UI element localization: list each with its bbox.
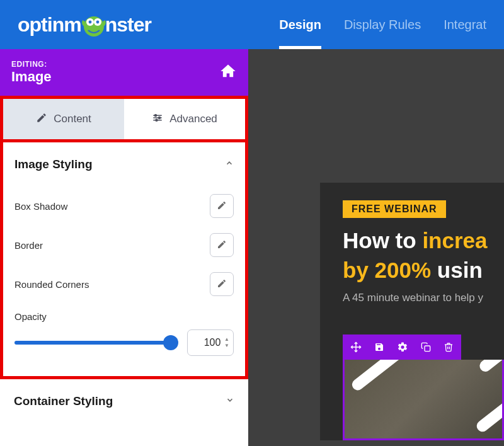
pencil-icon [217, 200, 227, 212]
box-shadow-row: Box Shadow [14, 186, 234, 226]
opacity-slider-thumb[interactable] [163, 335, 178, 350]
popup-heading: How to increa by 200% usin [343, 226, 504, 285]
container-styling-title: Container Styling [14, 394, 113, 408]
svg-point-8 [155, 114, 157, 116]
rounded-corners-label: Rounded Corners [14, 279, 89, 290]
save-icon[interactable] [374, 342, 384, 352]
tab-advanced[interactable]: Advanced [124, 99, 245, 139]
opacity-slider-row: 100 ▲ ▼ [14, 322, 234, 356]
gear-icon[interactable] [397, 341, 408, 353]
pen-graphic [350, 360, 421, 392]
opacity-row: Opacity [14, 304, 234, 322]
element-toolbar [343, 334, 461, 360]
move-icon[interactable] [350, 341, 362, 353]
opacity-slider[interactable] [14, 341, 177, 345]
trash-icon[interactable] [444, 342, 454, 352]
sliders-icon [152, 112, 163, 127]
pen-graphic [478, 360, 504, 374]
svg-point-4 [96, 21, 99, 24]
tab-design[interactable]: Design [279, 0, 321, 49]
edit-border-button[interactable] [210, 233, 234, 257]
highlight-box-tabs: Content Advanced [0, 96, 248, 139]
canvas-area[interactable]: FREE WEBINAR How to increa by 200% usin … [248, 49, 504, 446]
top-navigation: optinm nster Design Display Rules Integr… [0, 0, 504, 49]
svg-point-3 [88, 21, 91, 24]
edit-rounded-corners-button[interactable] [210, 272, 234, 296]
popup-subhead: A 45 minute webinar to help y [343, 292, 504, 304]
editing-element-name: Image [11, 69, 52, 85]
tab-content[interactable]: Content [3, 99, 124, 139]
pen-graphic [474, 382, 504, 434]
chevron-down-icon [226, 396, 234, 407]
editing-banner: EDITING: Image [0, 49, 248, 96]
tab-display-rules[interactable]: Display Rules [344, 0, 421, 49]
border-row: Border [14, 226, 234, 265]
popup-preview: FREE WEBINAR How to increa by 200% usin … [320, 183, 504, 440]
opacity-input[interactable]: 100 ▲ ▼ [187, 329, 234, 356]
stepper-down-icon[interactable]: ▼ [224, 343, 229, 348]
logo-text-pre: optinm [18, 13, 81, 37]
copy-icon[interactable] [421, 342, 431, 352]
logo: optinm nster [18, 11, 151, 38]
topnav-tabs: Design Display Rules Integrat [279, 0, 504, 49]
svg-point-9 [159, 117, 161, 118]
opacity-label: Opacity [14, 311, 47, 322]
edit-box-shadow-button[interactable] [210, 194, 234, 218]
mascot-icon [81, 11, 107, 38]
container-styling-header[interactable]: Container Styling [0, 379, 248, 423]
border-label: Border [14, 240, 43, 251]
pencil-icon [36, 112, 47, 127]
editing-label: EDITING: [11, 60, 52, 69]
pencil-icon [217, 239, 227, 251]
panel-tabs: Content Advanced [3, 99, 245, 139]
svg-rect-13 [425, 346, 430, 352]
svg-point-0 [84, 16, 104, 37]
stepper-up-icon[interactable]: ▲ [224, 337, 229, 342]
box-shadow-label: Box Shadow [14, 201, 67, 212]
image-styling-header[interactable]: Image Styling [14, 154, 234, 186]
highlight-box-body: Image Styling Box Shadow Border Rounded … [0, 139, 248, 379]
rounded-corners-row: Rounded Corners [14, 265, 234, 304]
image-element-selected[interactable] [343, 360, 504, 440]
chevron-up-icon [225, 159, 234, 170]
pencil-icon [217, 278, 227, 290]
logo-text-post: nster [105, 13, 151, 37]
svg-point-10 [156, 119, 158, 121]
home-icon[interactable] [219, 62, 237, 83]
section-title: Image Styling [14, 157, 93, 171]
side-panel: EDITING: Image Content Advanced Image St… [0, 49, 248, 423]
tab-integrations[interactable]: Integrat [444, 0, 486, 49]
free-webinar-badge: FREE WEBINAR [343, 200, 446, 218]
